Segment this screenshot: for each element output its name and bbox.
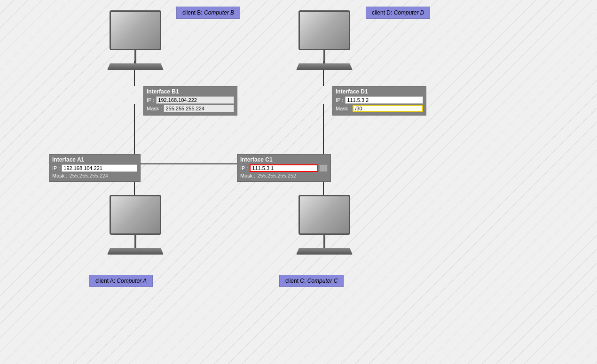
computer-c [296,195,353,255]
client-a-label: client A: Computer A [89,275,153,287]
client-d-label: client D: Computer D [366,7,430,19]
monitor-stand-a [134,235,136,248]
interface-a1-title: Interface A1 [52,156,137,163]
interface-c1-ip-btn[interactable] [319,164,328,172]
interface-a1-mask-value: 255.255.255.224 [69,173,108,178]
monitor-stand-b [134,50,136,63]
monitor-base-d [296,63,353,70]
client-c-label: client C: Computer C [279,275,344,287]
interface-d1-mask-row: Mask : [336,105,423,112]
interface-c1-mask-row: Mask : 255.255.255.252 [240,173,328,178]
interface-c1-ip-input[interactable] [250,164,318,172]
interface-b1-ip-input[interactable] [156,96,234,104]
interface-a1-ip-label: IP : [52,165,60,171]
interface-b1-ip-row: IP : [147,96,234,104]
interface-d1-mask-label: Mask : [336,106,351,111]
interface-d1-ip-row: IP : [336,96,423,104]
client-b-name: Computer B [204,9,234,16]
monitor-stand-d [323,50,325,63]
interface-d1-ip-input[interactable] [345,96,423,104]
monitor-d [298,10,350,50]
interface-b1-box: Interface B1 IP : Mask : [143,86,237,116]
interface-a1-ip-row: IP : [52,164,137,172]
interface-a1-mask-label: Mask : [52,173,67,178]
client-b-label: client B: Computer B [176,7,240,19]
interface-c1-box: Interface C1 IP : Mask : 255.255.255.252 [237,154,331,182]
interface-b1-ip-label: IP : [147,97,154,103]
computer-b [107,10,164,70]
interface-a1-ip-input[interactable] [62,164,137,172]
monitor-c [298,195,350,235]
interface-c1-title: Interface C1 [240,156,328,163]
interface-c1-ip-label: IP : [240,165,248,171]
client-d-name: Computer D [394,9,424,16]
interface-b1-title: Interface B1 [147,88,234,95]
interface-d1-mask-input[interactable] [353,105,423,112]
interface-d1-title: Interface D1 [336,88,423,95]
interface-d1-box: Interface D1 IP : Mask : [332,86,426,116]
monitor-b [110,10,161,50]
computer-d [296,10,353,70]
computer-a [107,195,164,255]
interface-a1-box: Interface A1 IP : Mask : 255.255.255.224 [49,154,141,182]
interface-b1-mask-input[interactable] [164,105,234,112]
interface-c1-ip-row: IP : [240,164,328,172]
interface-c1-mask-label: Mask : [240,173,255,178]
monitor-base-c [296,248,353,255]
monitor-base-b [107,63,164,70]
client-a-name: Computer A [117,278,147,284]
interface-b1-mask-label: Mask : [147,106,162,111]
monitor-a [110,195,161,235]
interface-d1-ip-label: IP : [336,97,343,103]
interface-c1-mask-value: 255.255.255.252 [257,173,296,178]
monitor-base-a [107,248,164,255]
interface-a1-mask-row: Mask : 255.255.255.224 [52,173,137,178]
client-c-name: Computer C [307,278,338,284]
interface-b1-mask-row: Mask : [147,105,234,112]
monitor-stand-c [323,235,325,248]
